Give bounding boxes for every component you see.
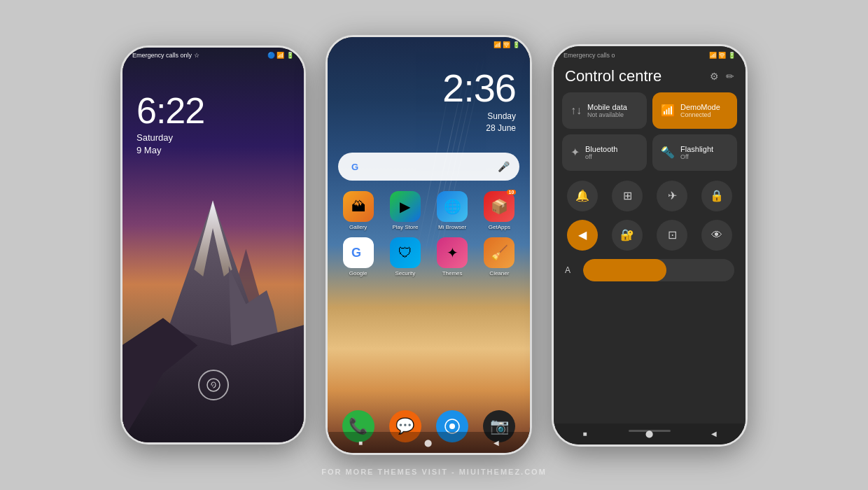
control-row-2: ◀ 🔐 ⊡ 👁 <box>554 216 746 255</box>
svg-text:G: G <box>351 246 361 260</box>
btn-privacy[interactable]: 🔐 <box>612 220 643 251</box>
watermark: FOR MORE THEMES VISIT - MIUITHEMEZ.COM <box>321 468 547 476</box>
control-middle-tiles: ✦ Bluetooth off 🔦 Flashlight Off <box>554 134 746 176</box>
mobile-data-icon: ↑↓ <box>570 104 582 117</box>
btn-eye[interactable]: 👁 <box>701 220 732 251</box>
home-date: Sunday 28 June <box>486 111 516 134</box>
app-cleaner[interactable]: 🧹 Cleaner <box>479 237 519 276</box>
app-play-store[interactable]: ▶ Play Store <box>385 191 425 230</box>
control-header-icons: ⚙ ✏ <box>710 71 734 82</box>
brightness-label: A <box>565 265 576 275</box>
btn-fullscreen[interactable]: ⊡ <box>657 220 687 251</box>
status-right-home: 📶 🛜 🔋 <box>493 41 520 48</box>
demo-mode-icon: 📶 <box>661 104 675 117</box>
app-google[interactable]: G Google <box>338 237 378 276</box>
control-row-1: 🔔 ⊞ ✈ 🔒 <box>554 176 746 216</box>
tile-bluetooth[interactable]: ✦ Bluetooth off <box>562 134 647 171</box>
control-nav-bar: ■ ⬤ ◀ <box>554 424 746 444</box>
lock-date: Saturday 9 May <box>136 132 173 157</box>
control-status-left: Emergency calls o <box>564 52 615 59</box>
phone-homescreen: 📶 🛜 🔋 2:36 Sunday 28 June G 🎤 🏔 Gallery <box>326 35 532 455</box>
flashlight-icon: 🔦 <box>661 146 675 159</box>
ctrl-nav-home[interactable]: ⬤ <box>645 430 653 438</box>
lock-time: 6:22 <box>136 90 204 132</box>
app-security[interactable]: 🛡 Security <box>385 237 425 276</box>
btn-lock[interactable]: 🔒 <box>701 181 732 211</box>
nav-recents[interactable]: ◀ <box>493 439 499 447</box>
btn-notification[interactable]: 🔔 <box>567 181 598 211</box>
fingerprint-icon[interactable] <box>198 370 229 400</box>
app-mi-browser[interactable]: 🌐 Mi Browser <box>433 191 472 230</box>
nav-bar: ■ ⬤ ◀ <box>328 432 530 453</box>
tile-flashlight[interactable]: 🔦 Flashlight Off <box>652 134 737 171</box>
lockscreen-background: Emergency calls only ☆ 🔵 📶 🔋 6:22 Saturd… <box>122 48 304 442</box>
nav-home[interactable]: ⬤ <box>424 439 432 447</box>
homescreen-status-bar: 📶 🛜 🔋 <box>328 37 530 52</box>
app-themes[interactable]: ✦ Themes <box>433 237 472 276</box>
app-gallery[interactable]: 🏔 Gallery <box>338 191 378 230</box>
google-logo: G <box>348 160 362 174</box>
btn-screen-record[interactable]: ⊞ <box>612 181 643 211</box>
mic-icon[interactable]: 🎤 <box>498 161 510 172</box>
phone-control-centre: Emergency calls o 📶 🛜 🔋 Control centre ⚙… <box>552 44 748 447</box>
ctrl-nav-back[interactable]: ■ <box>582 430 587 438</box>
ctrl-nav-recents[interactable]: ◀ <box>711 430 717 438</box>
control-status-right: 📶 🛜 🔋 <box>709 52 736 59</box>
control-centre-title: Control centre <box>565 67 662 85</box>
brightness-fill <box>583 259 666 281</box>
homescreen-background: 📶 🛜 🔋 2:36 Sunday 28 June G 🎤 🏔 Gallery <box>328 37 530 453</box>
bluetooth-icon: ✦ <box>570 146 580 159</box>
settings-icon[interactable]: ⚙ <box>710 71 719 82</box>
lockscreen-status-bar: Emergency calls only ☆ 🔵 📶 🔋 <box>122 48 304 63</box>
control-centre-background: Emergency calls o 📶 🛜 🔋 Control centre ⚙… <box>554 46 746 444</box>
svg-point-15 <box>449 424 455 429</box>
tile-demo-mode[interactable]: 📶 DemoMode Connected <box>652 92 737 129</box>
home-time: 2:36 <box>442 65 516 111</box>
status-emergency: Emergency calls only ☆ <box>132 52 200 59</box>
brightness-row: A <box>554 255 746 286</box>
control-top-tiles: ↑↓ Mobile data Not available 📶 DemoMode … <box>554 92 746 134</box>
btn-location[interactable]: ◀ <box>567 220 598 251</box>
nav-back[interactable]: ■ <box>358 439 363 447</box>
phone-lockscreen: Emergency calls only ☆ 🔵 📶 🔋 6:22 Saturd… <box>120 46 306 444</box>
app-grid: 🏔 Gallery ▶ Play Store 🌐 Mi Browser 📦 <box>335 191 523 276</box>
mountain-illustration <box>122 166 304 442</box>
edit-icon[interactable]: ✏ <box>726 71 734 82</box>
phones-container: Emergency calls only ☆ 🔵 📶 🔋 6:22 Saturd… <box>0 0 868 490</box>
status-icons: 🔵 📶 🔋 <box>267 52 294 59</box>
app-getapps[interactable]: 📦 10 GetApps <box>479 191 519 230</box>
search-bar[interactable]: G 🎤 <box>338 153 519 181</box>
control-status-bar: Emergency calls o 📶 🛜 🔋 <box>554 46 746 64</box>
control-header: Control centre ⚙ ✏ <box>554 64 746 92</box>
tile-mobile-data[interactable]: ↑↓ Mobile data Not available <box>562 92 647 129</box>
btn-airplane[interactable]: ✈ <box>657 181 687 211</box>
brightness-bar[interactable] <box>583 259 734 281</box>
